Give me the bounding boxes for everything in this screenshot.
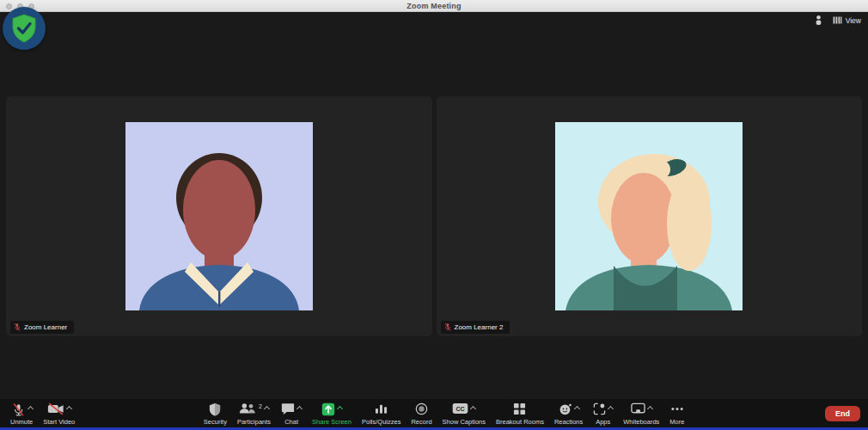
whiteboard-icon — [631, 402, 645, 415]
female-avatar-illustration — [555, 122, 743, 310]
grid-squares-icon — [513, 402, 526, 415]
chat-options-caret[interactable] — [296, 406, 303, 412]
record-label: Record — [411, 419, 431, 426]
video-grid: Zoom Learner — [6, 96, 862, 336]
video-tile-zoom-learner-2[interactable]: Zoom Learner 2 — [437, 96, 863, 336]
whiteboards-options-caret[interactable] — [647, 406, 653, 412]
security-label: Security — [204, 419, 227, 426]
male-avatar-illustration — [125, 122, 313, 310]
start-video-button[interactable]: Start Video — [38, 399, 80, 427]
reactions-options-caret[interactable] — [574, 406, 580, 412]
toolbar-audio-video-group: Unmute Start Video — [0, 399, 80, 427]
participant-name: Zoom Learner — [24, 323, 67, 331]
end-group: End — [808, 399, 868, 427]
video-options-caret[interactable] — [66, 406, 72, 412]
bar-chart-icon — [375, 402, 388, 415]
participants-options-caret[interactable] — [264, 406, 270, 412]
window-title: Zoom Meeting — [406, 2, 461, 10]
chat-label: Chat — [284, 419, 298, 426]
start-video-label: Start Video — [43, 419, 75, 426]
view-label: View — [846, 16, 861, 25]
shield-check-icon — [11, 14, 37, 43]
smiley-icon — [559, 402, 572, 416]
unmute-options-caret[interactable] — [28, 406, 34, 412]
record-button[interactable]: Record — [406, 399, 437, 427]
close-button[interactable] — [6, 3, 12, 9]
captions-options-caret[interactable] — [470, 406, 476, 412]
view-button[interactable]: View — [833, 16, 861, 25]
share-screen-icon — [321, 402, 335, 416]
ellipsis-icon — [670, 402, 684, 415]
muted-mic-icon — [14, 322, 21, 332]
security-verified-badge[interactable] — [3, 7, 46, 50]
toolbar-center-group: Security 2 Participants — [199, 399, 690, 427]
muted-mic-icon — [444, 322, 451, 332]
participant-name: Zoom Learner 2 — [455, 323, 504, 331]
apps-options-caret[interactable] — [608, 406, 614, 412]
avatar-zoom-learner — [125, 122, 313, 310]
polls-quizzes-button[interactable]: Polls/Quizzes — [357, 399, 406, 427]
closed-captions-icon: CC — [452, 402, 468, 415]
record-icon — [415, 402, 428, 415]
share-screen-button[interactable]: Share Screen — [307, 399, 357, 427]
chat-button[interactable]: Chat — [276, 399, 307, 427]
shield-icon — [209, 402, 221, 416]
apps-icon — [593, 402, 606, 415]
participants-count-badge: 2 — [259, 403, 262, 409]
apps-button[interactable]: Apps — [588, 399, 618, 427]
reactions-button[interactable]: Reactions — [549, 399, 588, 427]
person-icon[interactable] — [815, 15, 822, 26]
titlebar: Zoom Meeting — [0, 0, 868, 12]
show-captions-label: Show Captions — [443, 419, 486, 426]
share-options-caret[interactable] — [337, 406, 343, 412]
whiteboards-button[interactable]: Whiteboards — [618, 399, 664, 427]
meeting-toolbar: Unmute Start Video — [0, 398, 868, 427]
participant-name-tag: Zoom Learner — [10, 321, 74, 334]
more-button[interactable]: More — [664, 399, 689, 427]
unmute-label: Unmute — [10, 419, 33, 426]
whiteboards-label: Whiteboards — [623, 419, 659, 426]
breakout-rooms-button[interactable]: Breakout Rooms — [491, 399, 549, 427]
mic-muted-icon — [11, 402, 26, 417]
breakout-rooms-label: Breakout Rooms — [496, 419, 544, 426]
share-screen-label: Share Screen — [312, 419, 351, 426]
polls-quizzes-label: Polls/Quizzes — [362, 419, 400, 426]
meeting-view-controls: View — [815, 15, 861, 26]
participants-button[interactable]: 2 Participants — [232, 399, 276, 427]
show-captions-button[interactable]: CC Show Captions — [437, 399, 491, 427]
video-muted-icon — [47, 402, 64, 415]
participants-label: Participants — [237, 419, 271, 426]
participant-name-tag: Zoom Learner 2 — [441, 321, 510, 334]
gallery-view-icon — [833, 16, 842, 24]
participants-icon — [239, 402, 256, 415]
more-label: More — [669, 419, 684, 426]
zoom-meeting-window: Zoom Meeting View — [0, 0, 868, 430]
chat-bubble-icon — [281, 402, 295, 415]
cc-glyph: CC — [456, 406, 465, 412]
reactions-label: Reactions — [554, 419, 583, 426]
apps-label: Apps — [596, 419, 610, 426]
unmute-button[interactable]: Unmute — [5, 399, 38, 427]
video-tile-zoom-learner[interactable]: Zoom Learner — [6, 96, 432, 336]
avatar-zoom-learner-2 — [555, 122, 743, 310]
security-button[interactable]: Security — [199, 399, 232, 427]
end-meeting-button[interactable]: End — [825, 406, 860, 421]
